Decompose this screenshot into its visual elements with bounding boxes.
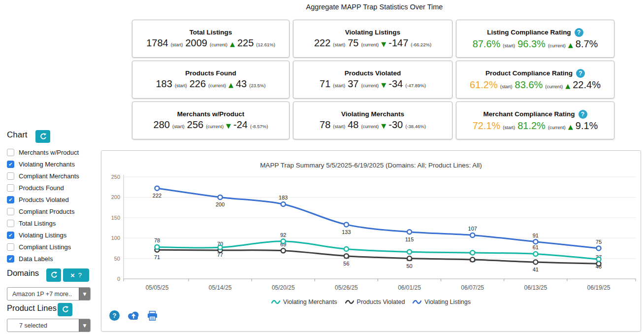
- current-value: 256: [187, 119, 203, 131]
- checkbox-label: Total Listings: [19, 220, 56, 227]
- trend-down-icon: ▼: [226, 122, 231, 130]
- chevron-down-icon[interactable]: ▼: [79, 288, 90, 300]
- x-axis-tick-label: 06/07/25: [461, 284, 484, 291]
- series-checkbox-total-listings[interactable]: Total Listings: [7, 219, 56, 227]
- data-label: 107: [468, 226, 477, 232]
- data-label: 50: [406, 263, 412, 269]
- chart-title: MAPP Trap Summary 5/5/2025-6/19/2025 (Do…: [101, 162, 641, 169]
- delta-percent: (-47.89%): [405, 83, 426, 88]
- current-label: (current): [361, 42, 379, 47]
- current-value: 37: [348, 78, 358, 90]
- stat-card-values: 183(start)226(current)▲43(23.5%): [156, 78, 266, 90]
- checkbox-label: Products Violated: [19, 196, 69, 203]
- trend-up-icon: ▲: [228, 81, 233, 89]
- domains-dropdown[interactable]: Amazon 1P +7 more.. ▼: [7, 287, 91, 301]
- data-label: 115: [405, 236, 414, 242]
- series-checkbox-compliant-listings[interactable]: Compliant Listings: [7, 243, 71, 251]
- stat-card-header: Merchant Compliance Rating?: [483, 110, 587, 119]
- start-value: 61.2%: [470, 79, 498, 91]
- checkbox[interactable]: ✔: [7, 255, 14, 263]
- checkbox[interactable]: [7, 184, 14, 192]
- stat-card-values: 280(start)256(current)▼-24(-8.57%): [154, 119, 268, 131]
- stat-card-merchant-compliance-rating: Merchant Compliance Rating?72.1%(start)8…: [456, 101, 614, 139]
- product-lines-dropdown[interactable]: 7 selected ▼: [7, 319, 91, 332]
- line-chart: 05010015020025005/05/2505/14/2505/20/250…: [101, 169, 641, 296]
- data-label: 133: [342, 229, 351, 235]
- checkbox[interactable]: [7, 172, 14, 180]
- checkbox[interactable]: ✔: [7, 161, 14, 168]
- checkbox-label: Merchants w/Product: [19, 149, 79, 156]
- chart-help-button[interactable]: ?: [109, 310, 120, 321]
- delta-value: 8.7%: [576, 38, 598, 50]
- help-icon[interactable]: ?: [575, 28, 583, 37]
- data-point-violating-listings: [344, 222, 349, 227]
- stat-card-header: Violating Merchants: [341, 110, 404, 118]
- delta-value: -24: [233, 119, 248, 131]
- checkbox[interactable]: [7, 208, 14, 215]
- data-point-violating-listings: [407, 230, 412, 234]
- start-value: 71: [320, 78, 330, 90]
- series-checkbox-compliant-products[interactable]: Compliant Products: [7, 207, 74, 215]
- domains-refresh-button[interactable]: [46, 268, 61, 282]
- domains-clear-help-button[interactable]: × ?: [63, 268, 89, 282]
- checkbox-label: Products Found: [19, 184, 64, 192]
- checkbox[interactable]: [7, 220, 14, 227]
- trend-down-icon: ▼: [381, 40, 386, 48]
- checkbox[interactable]: ✔: [7, 232, 14, 239]
- stat-card-products-found: Products Found183(start)226(current)▲43(…: [132, 61, 290, 99]
- stat-card-title: Product Compliance Rating: [485, 69, 573, 77]
- series-checkbox-products-found[interactable]: Products Found: [7, 184, 64, 192]
- stat-card-title: Violating Merchants: [341, 110, 404, 118]
- help-icon[interactable]: ?: [576, 69, 585, 78]
- legend-item-products-violated[interactable]: Products Violated: [345, 299, 405, 305]
- data-point-violating-listings: [470, 233, 475, 237]
- delta-value: 9.1%: [576, 120, 598, 132]
- chevron-down-icon[interactable]: ▼: [79, 319, 90, 332]
- start-value: 72.1%: [473, 120, 501, 132]
- series-checkbox-violating-merchants[interactable]: ✔Violating Merchants: [7, 160, 75, 168]
- question-icon: ?: [78, 272, 82, 278]
- stat-card-title: Merchants w/Product: [177, 110, 245, 118]
- stat-card-header: Violating Listings: [345, 29, 400, 36]
- stat-card-title: Violating Listings: [345, 29, 400, 36]
- x-axis-tick-label: 06/01/25: [398, 284, 421, 291]
- y-axis-tick-label: 150: [111, 215, 120, 221]
- stat-card-header: Products Found: [185, 69, 236, 77]
- start-label: (start): [503, 43, 515, 48]
- checkbox[interactable]: ✔: [7, 196, 14, 203]
- series-checkbox-products-violated[interactable]: ✔Products Violated: [7, 196, 69, 203]
- series-checkbox-violating-listings[interactable]: ✔Violating Listings: [7, 231, 66, 239]
- stat-card-total-listings: Total Listings1784(start)2009(current)▲2…: [132, 20, 290, 58]
- stat-card-title: Listing Compliance Rating: [487, 29, 571, 36]
- checkbox[interactable]: [7, 243, 14, 251]
- data-label: 75: [596, 239, 602, 245]
- start-label: (start): [333, 124, 345, 129]
- chart-refresh-button[interactable]: [35, 130, 50, 143]
- series-checkbox-merchants-w-product[interactable]: Merchants w/Product: [7, 148, 79, 156]
- legend-squiggle-icon: [271, 299, 280, 305]
- current-value: 96.3%: [517, 38, 546, 50]
- series-line-products-violated: [157, 250, 599, 264]
- current-label: (current): [548, 43, 566, 48]
- product-lines-refresh-button[interactable]: [58, 303, 72, 316]
- series-checkbox-compliant-merchants[interactable]: Compliant Merchants: [7, 172, 79, 180]
- start-value: 222: [314, 37, 330, 49]
- stat-card-title: Total Listings: [190, 29, 232, 36]
- delta-value: -147: [388, 37, 408, 49]
- export-button[interactable]: [127, 310, 140, 321]
- delta-value: 22.4%: [573, 79, 601, 91]
- data-point-products-violated: [407, 256, 412, 261]
- delta-percent: (-66.22%): [411, 42, 431, 47]
- stat-card-header: Products Violated: [345, 69, 401, 77]
- help-icon[interactable]: ?: [579, 110, 587, 119]
- data-point-violating-merchants: [155, 245, 160, 249]
- legend-item-violating-merchants[interactable]: Violating Merchants: [271, 299, 337, 305]
- data-label: 56: [343, 261, 349, 267]
- data-point-violating-listings: [218, 195, 223, 200]
- series-checkbox-data-labels[interactable]: ✔Data Labels: [7, 255, 53, 263]
- y-axis-tick-label: 50: [114, 256, 120, 262]
- stat-card-header: Merchants w/Product: [177, 110, 245, 118]
- print-button[interactable]: [147, 311, 158, 321]
- legend-item-violating-listings[interactable]: Violating Listings: [413, 299, 471, 305]
- checkbox[interactable]: [7, 149, 14, 156]
